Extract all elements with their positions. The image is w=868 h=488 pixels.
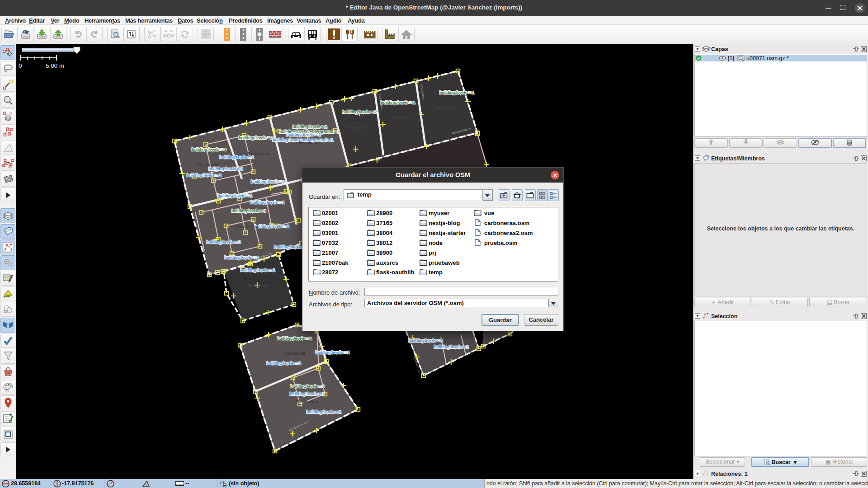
svg-text:building:levels = 2: building:levels = 2 xyxy=(286,132,321,137)
svg-text:Residential: Residential xyxy=(283,351,305,356)
svg-text:Residential: Residential xyxy=(296,399,317,404)
svg-text:building:levels = 1: building:levels = 1 xyxy=(250,200,284,205)
svg-text:building:levels = 1: building:levels = 1 xyxy=(241,268,275,272)
svg-text:building:levels = 2: building:levels = 2 xyxy=(251,179,285,184)
svg-text:building:levels = 3: building:levels = 3 xyxy=(208,167,243,171)
svg-text:Residential: Residential xyxy=(390,115,411,120)
svg-text:Residential: Residential xyxy=(248,283,269,288)
svg-text:building:levels = 1: building:levels = 1 xyxy=(217,193,252,198)
svg-text:building:levels = 3: building:levels = 3 xyxy=(206,240,241,244)
svg-text:building:levels = 2: building:levels = 2 xyxy=(342,110,377,114)
svg-text:0: 0 xyxy=(19,62,22,69)
svg-text:building:levels = 2: building:levels = 2 xyxy=(224,255,259,260)
svg-text:building:levels = 1: building:levels = 1 xyxy=(381,100,415,105)
svg-text:building:levels = 3: building:levels = 3 xyxy=(192,147,226,152)
svg-text:building:levels = 3: building:levels = 3 xyxy=(231,209,266,213)
svg-text:building:levels = 2: building:levels = 2 xyxy=(255,224,289,229)
svg-text:Residential: Residential xyxy=(348,125,369,130)
svg-text:building:levels = 1: building:levels = 1 xyxy=(315,350,349,355)
svg-text:Residential: Residential xyxy=(299,140,320,145)
svg-text:building:levels = 3: building:levels = 3 xyxy=(290,392,324,396)
svg-text:building:levels = 2: building:levels = 2 xyxy=(239,136,273,140)
svg-text:Residential: Residential xyxy=(435,105,456,110)
svg-text:building:levels = 3: building:levels = 3 xyxy=(290,384,325,389)
svg-text:building:levels = 2: building:levels = 2 xyxy=(307,410,341,414)
svg-text:building:levels = 1: building:levels = 1 xyxy=(439,90,474,95)
svg-text:Residential: Residential xyxy=(236,224,258,229)
svg-text:Residential: Residential xyxy=(247,151,269,156)
svg-text:building:levels = 2: building:levels = 2 xyxy=(292,125,327,129)
svg-text:building:levels = 2: building:levels = 2 xyxy=(434,345,468,349)
svg-text:building:levels = 2: building:levels = 2 xyxy=(266,361,301,366)
svg-text:building:levels = 2: building:levels = 2 xyxy=(187,173,221,178)
svg-text:5.00 m: 5.00 m xyxy=(46,62,64,69)
svg-text:Residential: Residential xyxy=(197,162,218,167)
svg-text:building:levels = 2: building:levels = 2 xyxy=(277,336,311,341)
svg-text:building:levels = 3: building:levels = 3 xyxy=(408,338,443,343)
svg-text:building:levels: building:levels xyxy=(274,245,302,249)
